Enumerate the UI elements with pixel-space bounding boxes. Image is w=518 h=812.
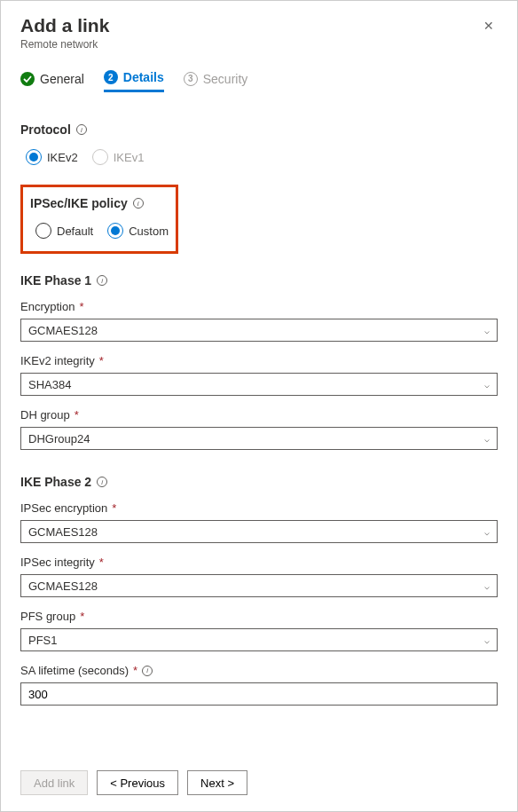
sa-lifetime-input[interactable] (20, 682, 498, 706)
dhgroup-select[interactable]: DHGroup24 ⌵ (20, 427, 498, 450)
encryption-value: GCMAES128 (28, 324, 98, 337)
check-icon (20, 72, 35, 86)
radio-policy-custom[interactable]: Custom (107, 223, 169, 239)
panel-subtitle: Remote network (20, 38, 109, 51)
info-icon[interactable]: i (97, 275, 107, 286)
next-button[interactable]: Next > (187, 770, 247, 795)
dhgroup-value: DHGroup24 (28, 432, 90, 445)
encryption-select[interactable]: GCMAES128 ⌵ (20, 319, 498, 342)
tab-details[interactable]: 2 Details (104, 70, 164, 92)
protocol-label: Protocol (20, 122, 71, 137)
radio-ikev1: IKEv1 (92, 149, 145, 165)
tab-general-label: General (40, 72, 84, 86)
tab-security-label: Security (203, 72, 248, 86)
phase2-heading: IKE Phase 2 i (20, 475, 498, 489)
phase1-heading: IKE Phase 1 i (20, 273, 498, 288)
radio-ikev2[interactable]: IKEv2 (26, 149, 78, 165)
policy-heading: IPSec/IKE policy i (30, 196, 169, 210)
chevron-down-icon: ⌵ (484, 380, 490, 390)
add-link-button: Add link (20, 770, 88, 795)
ipsec-encryption-value: GCMAES128 (28, 525, 98, 539)
info-icon[interactable]: i (97, 477, 107, 487)
ipsec-encryption-label: IPSec encryption* (20, 501, 498, 515)
tab-general[interactable]: General (20, 70, 84, 92)
tab-details-label: Details (123, 70, 164, 84)
step-number-icon: 3 (184, 72, 198, 86)
panel-title: Add a link (20, 15, 109, 36)
info-icon[interactable]: i (76, 124, 87, 135)
policy-label: IPSec/IKE policy (30, 196, 128, 210)
wizard-footer: Add link < Previous Next > (1, 761, 517, 811)
info-icon[interactable]: i (142, 666, 153, 676)
radio-ikev2-label: IKEv2 (47, 151, 78, 164)
sa-lifetime-label: SA lifetime (seconds)* i (20, 664, 498, 677)
pfs-group-value: PFS1 (28, 634, 58, 647)
chevron-down-icon: ⌵ (484, 527, 490, 537)
radio-policy-default[interactable]: Default (35, 223, 93, 239)
ikev2-integrity-select[interactable]: SHA384 ⌵ (20, 373, 498, 396)
previous-button[interactable]: < Previous (97, 770, 178, 795)
chevron-down-icon: ⌵ (484, 635, 490, 645)
step-number-icon: 2 (104, 70, 118, 84)
encryption-label: Encryption* (20, 300, 498, 313)
ipsec-integrity-label: IPSec integrity* (20, 556, 498, 569)
ipsec-encryption-select[interactable]: GCMAES128 ⌵ (20, 520, 498, 543)
ipsec-integrity-value: GCMAES128 (28, 579, 98, 593)
pfs-group-select[interactable]: PFS1 ⌵ (20, 628, 498, 651)
radio-custom-label: Custom (129, 225, 169, 238)
wizard-tabs: General 2 Details 3 Security (20, 70, 498, 92)
close-icon[interactable]: ✕ (480, 15, 498, 36)
policy-highlight: IPSec/IKE policy i Default Custom (20, 185, 178, 254)
radio-ikev1-label: IKEv1 (114, 151, 145, 164)
tab-security[interactable]: 3 Security (184, 70, 248, 92)
phase2-label: IKE Phase 2 (20, 475, 91, 489)
chevron-down-icon: ⌵ (484, 434, 490, 444)
ikev2-integrity-label: IKEv2 integrity* (20, 354, 498, 367)
info-icon[interactable]: i (133, 198, 144, 209)
ikev2-integrity-value: SHA384 (28, 378, 71, 391)
phase1-label: IKE Phase 1 (20, 273, 91, 288)
pfs-group-label: PFS group* (20, 610, 498, 623)
chevron-down-icon: ⌵ (484, 326, 490, 335)
ipsec-integrity-select[interactable]: GCMAES128 ⌵ (20, 574, 498, 597)
dhgroup-label: DH group* (20, 408, 498, 422)
protocol-heading: Protocol i (20, 122, 498, 137)
radio-default-label: Default (57, 225, 93, 238)
chevron-down-icon: ⌵ (484, 581, 490, 591)
